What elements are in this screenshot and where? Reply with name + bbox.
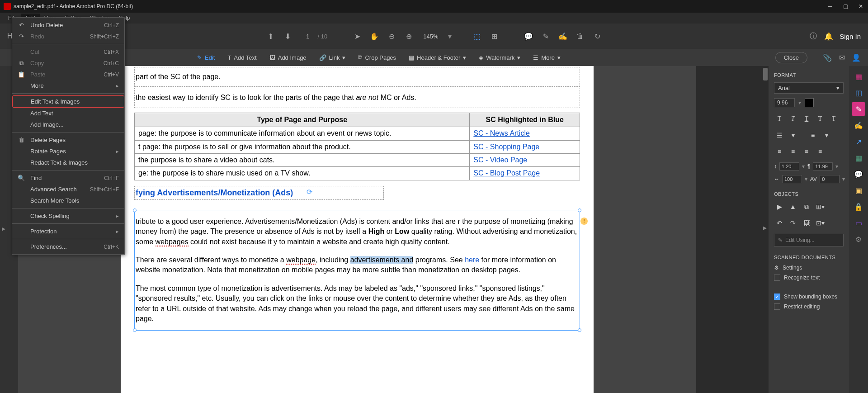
text-box[interactable]: fying Advertisements/Monetization (Ads) … [134,186,384,200]
menu-preferences[interactable]: Preferences...Ctrl+K [12,241,124,252]
align-left-button[interactable]: ≡ [774,146,785,157]
edit-button[interactable]: ✎Edit [193,52,218,63]
font-color-swatch[interactable] [805,98,814,107]
selection-tool[interactable]: ➤ [353,32,362,41]
sign-tool-icon[interactable]: ✍ [852,118,865,132]
warning-icon[interactable]: ! [580,218,588,225]
numbered-dropdown[interactable]: ▾ [821,130,832,141]
bullet-dropdown[interactable]: ▾ [788,130,798,141]
resize-handle[interactable] [133,208,137,212]
maximize-button[interactable]: ▢ [842,3,849,10]
align-center-button[interactable]: ≡ [788,146,798,157]
chevron-down-icon[interactable]: ▾ [835,163,838,170]
create-pdf-icon[interactable]: ▦ [852,70,865,83]
align-object-button[interactable]: ⊞▾ [815,201,826,212]
zoom-out-button[interactable]: ⊖ [387,32,396,41]
para-spacing-input[interactable] [813,162,833,170]
expand-left-panel[interactable]: ▸ [2,224,5,233]
menu-check-spelling[interactable]: Check Spelling▸ [12,210,124,222]
protect-icon[interactable]: 🔒 [852,200,865,213]
zoom-value[interactable]: 145% [421,33,440,40]
crop-object-button[interactable]: ⧉ [801,201,812,212]
active-text-box[interactable]: ! tribute to a good user experience. Adv… [134,210,580,331]
add-text-button[interactable]: TAdd Text [224,52,260,63]
tracking-input[interactable] [820,175,840,183]
edit-pdf-icon[interactable]: ✎ [852,102,865,116]
subscript-button[interactable]: T [828,114,839,124]
show-boxes-checkbox[interactable]: ✓ [774,294,780,300]
chevron-down-icon[interactable]: ▾ [798,99,801,106]
zoom-dropdown-icon[interactable]: ▾ [448,32,452,41]
comment-icon[interactable]: 💬 [524,32,533,41]
font-family-dropdown[interactable]: Arial▾ [774,82,844,94]
page-number-input[interactable] [301,33,310,40]
show-boxes-row[interactable]: ✓Show bounding boxes [774,294,844,300]
scrollbar-thumb[interactable] [763,68,768,80]
font-size-input[interactable] [774,98,795,107]
menu-protection[interactable]: Protection▸ [12,226,124,237]
fit-width-button[interactable]: ⬚ [472,32,481,41]
pdf-page[interactable]: part of the SC of the page. the easiest … [121,66,594,393]
recognize-text-row[interactable]: Recognize text [774,275,844,281]
zoom-in-button[interactable]: ⊕ [404,32,413,41]
close-edit-button[interactable]: Close [775,52,807,63]
sign-in-button[interactable]: Sign In [840,33,861,40]
more-button[interactable]: ☰More▾ [529,52,564,63]
menu-cut[interactable]: CutCtrl+X [12,46,124,57]
rotate-ccw-button[interactable]: ↶ [774,218,785,228]
highlight-icon[interactable]: ✎ [541,32,550,41]
menu-rotate-pages[interactable]: Rotate Pages▸ [12,146,124,157]
menu-advanced-search[interactable]: Advanced SearchShift+Ctrl+F [12,184,124,195]
header-footer-button[interactable]: ▤Header & Footer▾ [405,52,470,63]
horizontal-scale-input[interactable] [782,175,802,183]
flip-vertical-button[interactable]: ▲ [788,201,798,212]
menu-find[interactable]: 🔍FindCtrl+F [12,172,124,184]
menu-add-image[interactable]: Add Image... [12,119,124,130]
edit-using-dropdown[interactable]: ✎Edit Using... [774,234,844,246]
superscript-button[interactable]: T [815,114,826,124]
link-button[interactable]: 🔗Link▾ [316,52,349,63]
doc-table[interactable]: Type of Page and PurposeSC Highlighted i… [134,113,580,180]
numbered-list-button[interactable]: ≡ [807,130,818,141]
resize-handle[interactable] [578,208,581,212]
fit-page-button[interactable]: ⊞ [490,32,499,41]
settings-row[interactable]: ⚙Settings [774,265,844,271]
collapse-right-panel[interactable]: ▸ [763,223,767,232]
user-icon[interactable]: 👤 [852,53,861,62]
help-icon[interactable]: ⓘ [809,32,818,41]
rotate-cw-button[interactable]: ↷ [788,218,798,228]
menu-undo[interactable]: ↶Undo DeleteCtrl+Z [12,19,124,31]
restrict-checkbox[interactable] [774,303,780,310]
scan-tool-icon[interactable]: ▣ [852,184,865,197]
resize-handle[interactable] [133,328,137,332]
italic-button[interactable]: T [788,114,798,124]
menu-delete-pages[interactable]: 🗑Delete Pages [12,134,124,146]
arrange-button[interactable]: ⊡▾ [815,218,826,228]
notifications-icon[interactable]: 🔔 [824,32,833,41]
hand-tool[interactable]: ✋ [370,32,379,41]
add-image-button[interactable]: 🖼Add Image [266,52,310,63]
menu-add-text[interactable]: Add Text [12,108,124,119]
menu-search-more-tools[interactable]: Search More Tools [12,195,124,206]
restrict-editing-row[interactable]: Restrict editing [774,303,844,310]
text-box[interactable]: the easiest way to identify SC is to loo… [134,88,580,108]
minimize-button[interactable]: ─ [826,3,834,10]
bullet-list-button[interactable]: ☰ [774,130,785,141]
chevron-down-icon[interactable]: ▾ [842,176,845,182]
flip-horizontal-button[interactable]: ▶ [774,201,785,212]
chevron-down-icon[interactable]: ▾ [802,163,805,170]
underline-button[interactable]: T [801,114,812,124]
bold-button[interactable]: T [774,114,785,124]
more-tools-icon[interactable]: ⚙ [852,232,865,246]
text-box[interactable]: part of the SC of the page. [134,67,580,87]
rotate-icon[interactable]: ↻ [593,32,602,41]
crop-pages-button[interactable]: ⧉Crop Pages [354,52,400,63]
menu-paste[interactable]: 📋PasteCtrl+V [12,69,124,80]
combine-icon[interactable]: ◫ [852,86,865,99]
resize-handle[interactable] [578,328,581,332]
replace-image-button[interactable]: 🖼 [801,218,812,228]
chevron-down-icon[interactable]: ▾ [805,176,807,182]
watermark-button[interactable]: ◈Watermark▾ [475,52,524,63]
organize-icon[interactable]: ▦ [852,151,865,165]
menu-edit-text-images[interactable]: Edit Text & Images [12,95,124,108]
